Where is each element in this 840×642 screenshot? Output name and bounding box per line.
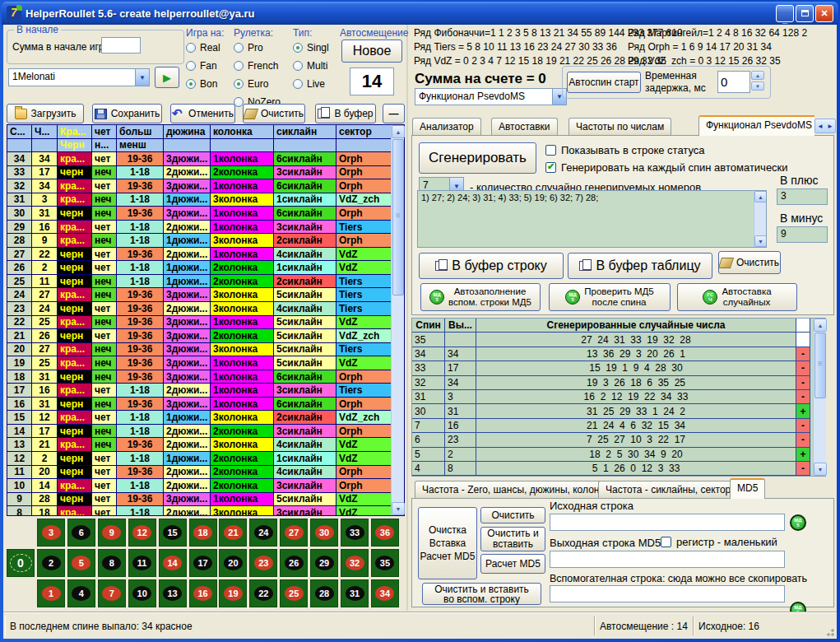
md5-source-input[interactable]: [550, 514, 785, 531]
md5-clear-paste-button[interactable]: Очистить ивставить: [480, 527, 545, 551]
md5-clear-paste-aux-button[interactable]: Очистить и вставитьво вспом. строку: [422, 583, 541, 605]
start-sum-input[interactable]: [101, 37, 141, 54]
md5-aux-input[interactable]: [550, 585, 785, 602]
board-cell-2[interactable]: 2: [37, 549, 65, 577]
close-icon[interactable]: ✕: [815, 5, 833, 22]
spin-down-icon[interactable]: ▼: [751, 81, 764, 91]
generated-row[interactable]: 31316 2 12 19 22 34 33-: [412, 390, 825, 404]
autoshift-new-button[interactable]: Новое: [341, 40, 402, 63]
board-zero-cell[interactable]: 0: [7, 549, 35, 577]
md5-clear-button[interactable]: Очистить: [480, 507, 545, 523]
checkbox-checked-icon[interactable]: [545, 162, 556, 173]
md5-calc-button[interactable]: Расчет MD5: [480, 554, 545, 574]
board-cell-32[interactable]: 32: [341, 549, 369, 577]
table-row[interactable]: 3234кра...чет19-363дюжи...1колонка6сикла…: [7, 179, 404, 193]
generated-row[interactable]: 323419 3 26 18 6 35 25-: [412, 376, 825, 390]
board-cell-33[interactable]: 33: [341, 519, 369, 547]
scroll-down-icon[interactable]: ▼: [814, 463, 827, 476]
table-row[interactable]: 313кра...неч1-181дюжи...3колонка1сиклайн…: [7, 193, 404, 207]
md5-out-input[interactable]: [550, 551, 785, 568]
header-cell[interactable]: Черн: [58, 139, 92, 153]
header-cell[interactable]: менш: [117, 139, 164, 153]
scroll-thumb[interactable]: [392, 139, 404, 295]
header-cell[interactable]: сиклайн: [274, 125, 336, 139]
register-checkbox[interactable]: регистр - маленький: [661, 536, 777, 548]
checkbox-icon[interactable]: [545, 145, 556, 156]
bottom-tab-1[interactable]: Частота - Zero, шансы, дюжины, колонки: [415, 481, 616, 499]
board-cell-36[interactable]: 36: [371, 519, 399, 547]
generated-numbers-area[interactable]: 1) 27; 2) 24; 3) 31; 4) 33; 5) 19; 6) 32…: [417, 190, 767, 248]
table-row[interactable]: 1120чернчет19-362дюжи...2колонка4сиклайн…: [7, 466, 404, 480]
generated-row[interactable]: 6237 25 27 10 3 22 17-: [412, 433, 825, 447]
radio-french[interactable]: French: [234, 60, 290, 72]
toolbar-buffer-button[interactable]: В буфер: [315, 104, 376, 123]
radio-real[interactable]: Real: [186, 42, 231, 54]
board-cell-14[interactable]: 14: [159, 549, 187, 577]
board-cell-28[interactable]: 28: [310, 579, 338, 607]
table-row[interactable]: 1417черннеч1-182дюжи...2колонка3сиклайнO…: [7, 425, 404, 439]
header-cell[interactable]: [32, 139, 58, 153]
auto-each-spin-checkbox[interactable]: Генерировать на каждый спин автоматическ…: [545, 161, 788, 174]
board-cell-19[interactable]: 19: [219, 579, 247, 607]
radio-euro[interactable]: Euro: [234, 78, 290, 90]
header-cell[interactable]: больш: [117, 125, 164, 139]
board-cell-29[interactable]: 29: [310, 549, 338, 577]
delay-spinner[interactable]: ▲ ▼: [751, 71, 764, 91]
radio-live[interactable]: Live: [293, 78, 338, 90]
title-bar[interactable]: 7 HelperRoullet 5.6- create helperroulle…: [2, 2, 838, 25]
board-cell-20[interactable]: 20: [219, 549, 247, 577]
autobet-random-button[interactable]: ГСЧАвтоставкаслучайных: [677, 283, 797, 311]
board-cell-4[interactable]: 4: [67, 579, 95, 607]
spin-up-icon[interactable]: ▲: [751, 71, 764, 80]
table-row[interactable]: 2225кра...неч19-363дюжи...1колонка5сикла…: [7, 316, 404, 330]
board-cell-30[interactable]: 30: [310, 519, 338, 547]
board-cell-23[interactable]: 23: [249, 549, 277, 577]
header-cell[interactable]: колонка: [211, 125, 274, 139]
header-cell[interactable]: Кра...: [58, 125, 92, 139]
board-cell-13[interactable]: 13: [159, 579, 187, 607]
header-cell[interactable]: чет: [92, 125, 117, 139]
table-row[interactable]: 1631черннеч19-363дюжи...1колонка6сиклайн…: [7, 398, 404, 412]
resize-grip[interactable]: [825, 627, 835, 637]
autospin-start-button[interactable]: Автоспин старт: [567, 72, 641, 93]
header-cell[interactable]: н...: [92, 139, 117, 153]
header-cell[interactable]: [274, 139, 336, 153]
radio-pro[interactable]: Pro: [234, 42, 290, 54]
header-cell[interactable]: сектор: [336, 125, 392, 139]
board-cell-12[interactable]: 12: [128, 519, 156, 547]
generated-numbers-table[interactable]: СпинВы...Сгенерированные случайные числа…: [411, 318, 826, 477]
scroll-up-icon[interactable]: ▲: [392, 125, 405, 138]
table-row[interactable]: 3031черннеч19-363дюжи...1колонка6сиклайн…: [7, 207, 404, 221]
to-buffer-table-button[interactable]: В буфер таблицу: [568, 253, 712, 279]
board-cell-8[interactable]: 8: [98, 549, 126, 577]
table-row[interactable]: 3434кра...чет19-363дюжи...1колонка6сикла…: [7, 152, 404, 166]
table-row[interactable]: 818кра...чет1-182дюжи...3колонка3сиклайн…: [7, 506, 404, 516]
board-cell-6[interactable]: 6: [67, 519, 95, 547]
collapse-button[interactable]: —: [383, 104, 405, 123]
tab-scroll-left-icon[interactable]: ◄: [817, 123, 824, 130]
board-cell-21[interactable]: 21: [219, 519, 247, 547]
generated-table-scrollbar[interactable]: ▲ ▼: [813, 319, 826, 476]
table-row[interactable]: 2027кра...неч19-363дюжи...3колонка5сикла…: [7, 343, 404, 357]
clear-generated-button[interactable]: Очистить: [718, 251, 781, 274]
board-cell-27[interactable]: 27: [280, 519, 308, 547]
play-button[interactable]: ▶: [155, 67, 179, 88]
chevron-down-icon[interactable]: ▼: [135, 69, 149, 86]
bottom-tab-2[interactable]: Частота - сиклайны, сектора: [598, 481, 744, 499]
board-cell-22[interactable]: 22: [249, 579, 277, 607]
table-row[interactable]: 122чернчет1-181дюжи...2колонка1сиклайнVd…: [7, 452, 404, 466]
header-cell[interactable]: дюжина: [164, 125, 211, 139]
table-row[interactable]: 3317черннеч1-182дюжи...2колонка3сиклайнO…: [7, 166, 404, 180]
table-row[interactable]: 2427кра...неч19-363дюжи...3колонка5сикла…: [7, 288, 404, 302]
generated-row[interactable]: 71621 24 4 6 32 15 34-: [412, 419, 825, 433]
table-row[interactable]: 2126чернчет19-363дюжи...2колонка5сиклайн…: [7, 329, 404, 343]
header-cell[interactable]: Ч...: [32, 125, 58, 139]
show-status-checkbox[interactable]: Показывать в строке статуса: [545, 144, 705, 156]
profile-select[interactable]: 1Melonati ▼: [8, 68, 150, 86]
tab-4[interactable]: Функционал PsevdoMS: [698, 115, 814, 136]
board-cell-18[interactable]: 18: [189, 519, 217, 547]
toolbar-save-button[interactable]: Сохранить: [92, 104, 162, 123]
mode-select[interactable]: Функционал PsevdoMS ▼: [415, 88, 567, 105]
toolbar-undo-button[interactable]: Отменить: [170, 104, 235, 123]
board-cell-7[interactable]: 7: [98, 579, 126, 607]
